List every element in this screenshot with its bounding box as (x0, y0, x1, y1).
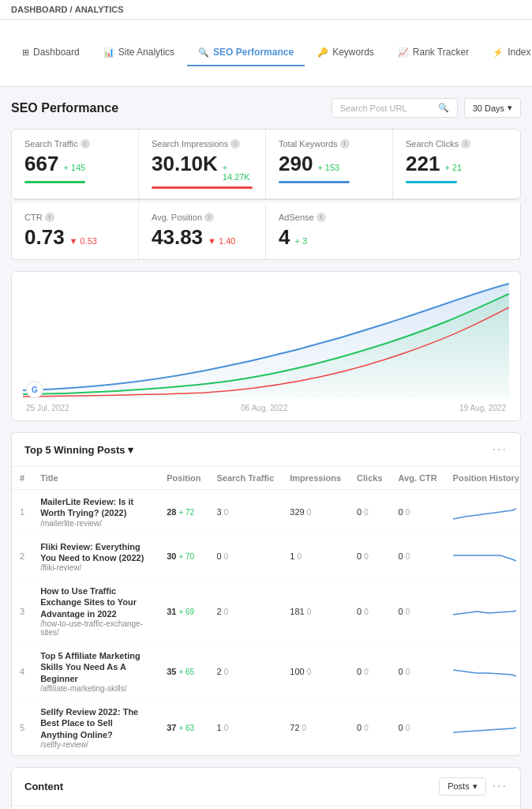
clicks-label: Search Clicks i (406, 139, 508, 149)
row-traffic: 2 0 (209, 644, 283, 700)
content-menu-button[interactable]: ··· (493, 779, 508, 793)
tab-dashboard[interactable]: ⊞ Dashboard (11, 40, 91, 66)
row-ctr: 0 0 (391, 699, 445, 754)
row-ctr: 0 0 (391, 490, 445, 535)
row-impressions: 72 0 (282, 699, 349, 754)
row-position: 37 + 63 (159, 699, 208, 754)
content-col-clicks: Clicks ↓ (313, 806, 361, 809)
search-traffic-delta: + 145 (63, 163, 85, 172)
site-analytics-icon: 📊 (103, 47, 114, 58)
row-title: MailerLite Review: Is it Worth Trying? (… (32, 490, 159, 535)
keywords-label: Total Keywords i (279, 139, 380, 149)
content-col-imp: Impressions ↓ (238, 806, 312, 809)
tab-site-analytics-label: Site Analytics (118, 47, 174, 58)
row-traffic: 0 0 (209, 534, 283, 579)
ctr-value: 0.73 ▼ 0.53 (24, 225, 126, 250)
tab-dashboard-label: Dashboard (33, 47, 80, 58)
row-title: How to Use Traffic Exchange Sites to You… (32, 579, 159, 644)
tab-seo-performance[interactable]: 🔍 SEO Performance (187, 40, 305, 66)
col-traffic-header: Search Traffic (209, 467, 283, 490)
tab-site-analytics[interactable]: 📊 Site Analytics (92, 40, 185, 66)
search-traffic-info-icon[interactable]: i (81, 139, 90, 149)
metric-ctr: CTR i 0.73 ▼ 0.53 (12, 203, 139, 259)
col-clicks-header: Clicks (349, 467, 390, 490)
days-filter-button[interactable]: 30 Days ▾ (464, 98, 521, 118)
rank-icon: 📈 (398, 47, 409, 58)
posts-label: Posts (448, 781, 470, 791)
chart-date-1: 25 Jul, 2022 (26, 404, 69, 412)
keywords-value: 290 + 153 (279, 152, 380, 176)
tab-index-label: Index Status (508, 47, 532, 58)
page-header: SEO Performance Search Post URL 🔍 30 Day… (11, 98, 521, 118)
row-sparkline (445, 534, 521, 579)
impressions-label: Search Impressions i (152, 139, 253, 149)
top5-table: # Title Position Search Traffic Impressi… (12, 467, 521, 755)
col-title-header: Title (32, 467, 159, 490)
clicks-info-icon[interactable]: i (461, 139, 470, 149)
tab-index-status[interactable]: ⚡ Index Status (481, 40, 532, 66)
tab-keywords[interactable]: 🔑 Keywords (306, 40, 385, 66)
metric-search-traffic: Search Traffic i 667 + 145 (12, 130, 139, 199)
table-row: 5 Sellfy Review 2022: The Best Place to … (12, 699, 521, 754)
row-sparkline (445, 490, 521, 535)
content-title: Content (24, 781, 63, 792)
impressions-info-icon[interactable]: i (230, 139, 240, 149)
breadcrumb: DASHBOARD / ANALYTICS (11, 5, 124, 14)
chevron-down-icon: ▾ (508, 103, 512, 113)
row-num: 2 (12, 534, 32, 579)
avg-pos-label: Avg. Position i (152, 213, 253, 222)
tab-rank-tracker[interactable]: 📈 Rank Tracker (387, 40, 480, 66)
breadcrumb-current: ANALYTICS (75, 5, 124, 14)
row-clicks: 0 0 (349, 490, 390, 535)
metrics-row2: CTR i 0.73 ▼ 0.53 Avg. Position i 43.83 … (11, 203, 521, 260)
keywords-info-icon[interactable]: i (340, 139, 350, 149)
row-ctr: 0 0 (391, 534, 445, 579)
tab-keywords-label: Keywords (332, 47, 374, 58)
col-num-header: # (12, 467, 32, 490)
posts-filter-button[interactable]: Posts ▾ (439, 777, 486, 796)
avg-pos-info-icon[interactable]: i (204, 213, 214, 222)
content-header-right: Posts ▾ ··· (439, 777, 508, 796)
table-row: 4 Top 5 Affiliate Marketing Skills You N… (12, 644, 521, 700)
row-clicks: 0 0 (349, 644, 390, 700)
ctr-info-icon[interactable]: i (45, 213, 54, 222)
row-clicks: 0 0 (349, 699, 390, 754)
dashboard-icon: ⊞ (22, 47, 29, 58)
keywords-icon: 🔑 (317, 47, 328, 58)
table-row: 1 MailerLite Review: Is it Worth Trying?… (12, 490, 521, 535)
nav-tabs: ⊞ Dashboard 📊 Site Analytics 🔍 SEO Perfo… (0, 20, 532, 87)
adsense-info-icon[interactable]: i (317, 213, 326, 222)
chevron-down-icon: ▾ (128, 444, 133, 456)
col-hist-header: Position History (445, 467, 521, 490)
metric-total-keywords: Total Keywords i 290 + 153 (266, 130, 393, 199)
content-table: # Title ↑ Search Traffic ↓ Impressions ↓… (12, 806, 521, 809)
top5-menu-button[interactable]: ··· (493, 442, 508, 457)
breadcrumb-root[interactable]: DASHBOARD (11, 5, 68, 14)
row-ctr: 0 0 (391, 644, 445, 700)
row-position: 30 + 70 (159, 534, 208, 579)
metric-search-impressions: Search Impressions i 30.10K + 14.27K (139, 130, 266, 199)
keywords-delta: + 153 (317, 163, 339, 172)
search-url-icon: 🔍 (438, 103, 449, 113)
adsense-delta: + 3 (294, 236, 307, 246)
chevron-down-icon: ▾ (473, 781, 478, 792)
breadcrumb-separator: / (70, 5, 73, 14)
content-col-hist: Position History (478, 806, 521, 809)
row-impressions: 1 0 (282, 534, 349, 579)
content-col-pos: Position ↓ (421, 806, 478, 809)
metric-adsense: AdSense i 4 + 3 (266, 203, 393, 259)
main-content: SEO Performance Search Post URL 🔍 30 Day… (0, 87, 532, 809)
row-num: 5 (12, 699, 32, 754)
top5-title[interactable]: Top 5 Winning Posts ▾ (24, 444, 133, 456)
row-num: 1 (12, 490, 32, 535)
metrics-row1: Search Traffic i 667 + 145 Search Impres… (11, 129, 521, 200)
row-position: 31 + 69 (159, 579, 208, 644)
content-col-num: # (12, 806, 32, 809)
row-title: Fliki Review: Everything You Need to Kno… (32, 534, 159, 579)
row-title: Top 5 Affiliate Marketing Skills You Nee… (32, 644, 159, 700)
search-url-input[interactable]: Search Post URL 🔍 (332, 98, 458, 118)
chart-date-2: 06 Aug, 2022 (241, 404, 287, 412)
table-row: 2 Fliki Review: Everything You Need to K… (12, 534, 521, 579)
impressions-delta: + 14.27K (223, 163, 253, 182)
ctr-label: CTR i (24, 213, 126, 222)
